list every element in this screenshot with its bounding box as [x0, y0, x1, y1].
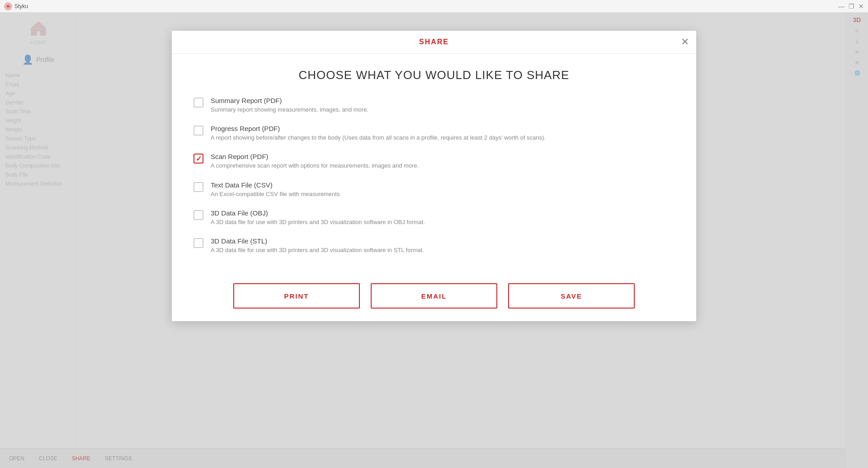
modal-header: SHARE ✕ [172, 31, 696, 54]
share-item-text-scan: Scan Report (PDF) A comprehensive scan r… [211, 153, 419, 170]
email-button[interactable]: EMAIL [371, 283, 497, 309]
checkbox-stl[interactable] [193, 238, 203, 248]
modal-title: SHARE [419, 38, 449, 46]
title-bar: Styku — ❐ ✕ [0, 0, 868, 13]
app-name-label: Styku [14, 3, 28, 9]
share-item-title-stl: 3D Data File (STL) [211, 237, 424, 245]
share-item-desc-stl: A 3D data file for use with 3D printers … [211, 246, 424, 254]
share-item-obj: 3D Data File (OBJ) A 3D data file for us… [193, 209, 675, 226]
save-button[interactable]: SAVE [508, 283, 635, 309]
share-item-title-obj: 3D Data File (OBJ) [211, 209, 425, 217]
share-item-title-progress: Progress Report (PDF) [211, 125, 546, 132]
checkbox-summary-report[interactable] [193, 98, 203, 108]
modal-heading: CHOOSE WHAT YOU WOULD LIKE TO SHARE [193, 68, 675, 82]
share-item-text-summary: Summary Report (PDF) Summary report show… [211, 97, 368, 114]
share-item-text-progress: Progress Report (PDF) A report showing b… [211, 125, 546, 142]
share-item-csv: Text Data File (CSV) An Excel-compatible… [193, 181, 675, 198]
share-item-desc-progress: A report showing before/after changes to… [211, 134, 546, 142]
share-item-text-csv: Text Data File (CSV) An Excel-compatible… [211, 181, 341, 198]
share-item-title-csv: Text Data File (CSV) [211, 181, 341, 189]
share-item-desc-csv: An Excel-compatible CSV file with measur… [211, 190, 341, 198]
share-item-scan: Scan Report (PDF) A comprehensive scan r… [193, 153, 675, 170]
share-item-text-stl: 3D Data File (STL) A 3D data file for us… [211, 237, 424, 254]
share-item-title-scan: Scan Report (PDF) [211, 153, 419, 160]
modal-close-button[interactable]: ✕ [681, 37, 689, 47]
print-button[interactable]: PRINT [233, 283, 360, 309]
share-item-title-summary: Summary Report (PDF) [211, 97, 368, 104]
checkbox-progress-report[interactable] [193, 126, 203, 136]
logo-icon [4, 2, 13, 11]
share-item-summary: Summary Report (PDF) Summary report show… [193, 97, 675, 114]
app-logo: Styku [4, 2, 28, 11]
checkbox-scan-report[interactable] [193, 154, 203, 164]
modal-body: CHOOSE WHAT YOU WOULD LIKE TO SHARE Summ… [172, 54, 696, 276]
share-item-desc-obj: A 3D data file for use with 3D printers … [211, 218, 425, 226]
checkbox-csv[interactable] [193, 182, 203, 192]
share-item-desc-scan: A comprehensive scan report with options… [211, 162, 419, 170]
share-item-stl: 3D Data File (STL) A 3D data file for us… [193, 237, 675, 254]
share-item-text-obj: 3D Data File (OBJ) A 3D data file for us… [211, 209, 425, 226]
minimize-button[interactable]: — [838, 3, 844, 9]
share-item-progress: Progress Report (PDF) A report showing b… [193, 125, 675, 142]
modal-footer: PRINT EMAIL SAVE [172, 276, 696, 321]
window-controls: — ❐ ✕ [838, 3, 864, 9]
modal-overlay: SHARE ✕ CHOOSE WHAT YOU WOULD LIKE TO SH… [0, 13, 868, 468]
maximize-button[interactable]: ❐ [848, 3, 854, 9]
close-window-button[interactable]: ✕ [858, 3, 864, 9]
share-item-desc-summary: Summary report showing measurements, ima… [211, 106, 368, 114]
checkbox-obj[interactable] [193, 210, 203, 220]
share-modal: SHARE ✕ CHOOSE WHAT YOU WOULD LIKE TO SH… [172, 31, 696, 321]
